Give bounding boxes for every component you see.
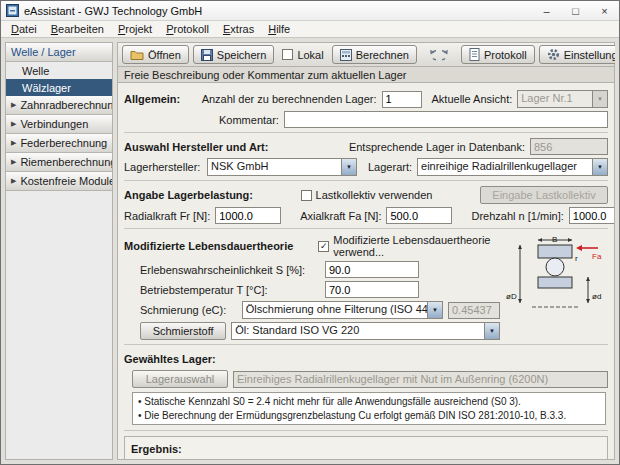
sidebar-group-label: Kostenfreie Module — [20, 175, 112, 187]
modifizierte-checkbox[interactable]: ✓ Modifizierte Lebensdauertheorie verwen… — [314, 234, 500, 258]
section-ergebnis: Ergebnis: Lagerlebensdauern: L10 [h]: 13… — [124, 436, 608, 460]
sidebar-item-waelzlager[interactable]: Wälzlager — [6, 79, 112, 96]
erlebenswahrscheinlichkeit-input[interactable] — [325, 261, 419, 278]
app-icon — [6, 4, 19, 17]
calculator-icon — [340, 49, 352, 61]
menu-protokoll[interactable]: Protokoll — [159, 22, 216, 36]
menu-extras[interactable]: Extras — [216, 22, 261, 36]
calculate-label: Berechnen — [356, 49, 409, 61]
sidebar-item-label: Welle — [22, 65, 49, 77]
hersteller-title: Auswahl Hersteller und Art: — [124, 141, 268, 153]
belastung-title: Angabe Lagerbelastung: — [124, 189, 253, 201]
gewaehlt-row-lager: Lagerauswahl — [124, 370, 608, 388]
chevron-down-icon: ▼ — [592, 159, 607, 175]
lagerart-label: Lagerart: — [368, 161, 412, 173]
ergebnis-row-title: Ergebnis: — [131, 440, 601, 457]
section-belastung: Angabe Lagerbelastung: Lastkollektiv ver… — [124, 181, 608, 229]
modifizierte-label: Modifizierte Lebensdauertheorie verwend.… — [333, 234, 496, 258]
chevron-right-icon: ▶ — [11, 120, 16, 128]
sidebar-group-label: Riemenberechnung — [20, 156, 112, 168]
open-label: Öffnen — [148, 49, 181, 61]
folder-icon — [130, 49, 144, 61]
maximize-button[interactable]: □ — [561, 1, 590, 20]
sidebar-group-welle-lager[interactable]: Welle / Lager — [6, 43, 112, 62]
settings-button[interactable]: Einstellungen — [539, 45, 615, 64]
floppy-icon — [201, 49, 213, 61]
sidebar-group-verbindungen[interactable]: ▶ Verbindungen — [6, 115, 112, 134]
chevron-down-icon: ▼ — [484, 323, 499, 339]
gewaehlt-row-title: Gewähltes Lager: — [124, 350, 608, 367]
comment-label: Kommentar: — [219, 114, 279, 126]
diagram-label-d: ød — [592, 292, 601, 301]
save-label: Speichern — [217, 49, 267, 61]
minimize-button[interactable]: – — [532, 1, 561, 20]
calculate-button[interactable]: Berechnen — [332, 45, 417, 64]
eingabe-lastkollektiv-button[interactable]: Eingabe Lastkollektiv — [480, 186, 608, 204]
allgemein-row-1: Allgemein: Anzahl der zu berechnenden La… — [124, 90, 608, 108]
diagram-label-B: B — [552, 235, 557, 244]
schmierung-select[interactable]: Ölschmierung ohne Filterung (ISO 4406 -/… — [242, 301, 443, 319]
view-label: Aktuelle Ansicht: — [432, 93, 513, 105]
document-icon — [469, 48, 480, 61]
sidebar-item-welle[interactable]: Welle — [6, 62, 112, 79]
axialkraft-input[interactable] — [386, 207, 452, 224]
gewaehltes-lager-field — [233, 371, 608, 388]
window-controls: – □ × — [532, 1, 619, 20]
chevron-down-icon: ▼ — [592, 91, 607, 107]
local-checkbox[interactable]: Lokal — [278, 49, 327, 61]
hersteller-row-2: Lagerhersteller: NSK GmbH ▼ Lagerart: ei… — [124, 158, 608, 176]
lebensdauer-row-erleben: Erlebenswahrscheinlichkeit S [%]: — [124, 261, 500, 278]
menubar: Datei Bearbeiten Projekt Protokoll Extra… — [1, 21, 619, 38]
section-gewaehltes-lager: Gewähltes Lager: Lagerauswahl • Statisch… — [124, 345, 608, 431]
radialkraft-input[interactable] — [215, 207, 281, 224]
lastkollektiv-checkbox[interactable]: Lastkollektiv verwenden — [297, 189, 437, 201]
betriebstemperatur-input[interactable] — [325, 281, 419, 298]
menu-hilfe[interactable]: Hilfe — [261, 22, 297, 36]
lagerart-value: einreihige Radialrillenkugellager — [418, 159, 592, 175]
section-allgemein: Allgemein: Anzahl der zu berechnenden La… — [124, 85, 608, 133]
belastung-row-1: Angabe Lagerbelastung: Lastkollektiv ver… — [124, 186, 608, 204]
settings-label: Einstellungen — [564, 49, 615, 61]
lagerart-select[interactable]: einreihige Radialrillenkugellager ▼ — [417, 158, 608, 176]
count-input[interactable] — [382, 91, 422, 108]
sidebar-group-riemenberechnung[interactable]: ▶ Riemenberechnung — [6, 153, 112, 172]
app-window: eAssistant - GWJ Technology GmbH – □ × D… — [0, 0, 620, 465]
checkbox-icon — [301, 190, 312, 201]
drehzahl-input[interactable] — [569, 207, 615, 224]
schmierung-value: Ölschmierung ohne Filterung (ISO 4406 -/… — [243, 302, 427, 318]
save-button[interactable]: Speichern — [193, 45, 275, 64]
toolbar-right-group: Protokoll Einstellungen ? Hilfe — [461, 45, 615, 64]
schmierstoff-value: Öl: Standard ISO VG 220 — [232, 323, 484, 339]
comment-input[interactable] — [284, 111, 608, 128]
undo-button[interactable] — [421, 46, 437, 64]
menu-datei[interactable]: Datei — [4, 22, 44, 36]
close-button[interactable]: × — [590, 1, 619, 20]
lagerauswahl-button[interactable]: Lagerauswahl — [132, 370, 228, 388]
sidebar-group-federberechnung[interactable]: ▶ Federberechnung — [6, 134, 112, 153]
main-column: Öffnen Speichern Lokal — [117, 42, 615, 460]
ergebnis-title: Ergebnis: — [131, 443, 182, 455]
schmierstoff-button[interactable]: Schmierstoff — [140, 322, 226, 340]
description-text: Freie Beschreibung oder Kommentar zum ak… — [124, 69, 406, 81]
axialkraft-label: Axialkraft Fa [N]: — [300, 210, 381, 222]
chevron-right-icon: ▶ — [11, 101, 16, 109]
gewaehlt-title: Gewähltes Lager: — [124, 353, 216, 365]
allgemein-row-2: Kommentar: — [124, 111, 608, 128]
view-select[interactable]: Lager Nr.1 ▼ — [517, 90, 608, 108]
checkbox-icon — [282, 49, 293, 60]
open-button[interactable]: Öffnen — [122, 45, 189, 64]
redo-button[interactable] — [441, 46, 457, 64]
main-panel: Allgemein: Anzahl der zu berechnenden La… — [117, 83, 615, 460]
ec-field — [448, 302, 500, 319]
protocol-button[interactable]: Protokoll — [461, 45, 535, 64]
sidebar-group-zahnradberechnung[interactable]: ▶ Zahnradberechnung — [6, 96, 112, 115]
schmierung-label: Schmierung (eC): — [140, 304, 237, 316]
lagerhersteller-select[interactable]: NSK GmbH ▼ — [207, 158, 357, 176]
menu-projekt[interactable]: Projekt — [111, 22, 159, 36]
module-sidebar: Welle / Lager Welle Wälzlager ▶ Zahnradb… — [5, 42, 113, 460]
section-hersteller: Auswahl Hersteller und Art: Entsprechend… — [124, 133, 608, 181]
menu-bearbeiten[interactable]: Bearbeiten — [44, 22, 111, 36]
sidebar-group-kostenfreie-module[interactable]: ▶ Kostenfreie Module — [6, 172, 112, 191]
lebensdauer-title: Modifizierte Lebensdauertheorie — [124, 240, 293, 252]
schmierstoff-select[interactable]: Öl: Standard ISO VG 220 ▼ — [231, 322, 500, 340]
